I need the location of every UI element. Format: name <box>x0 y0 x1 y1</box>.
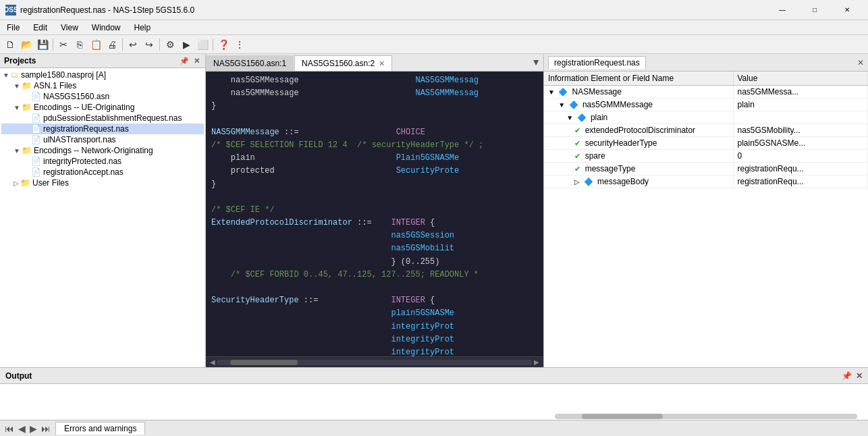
code-line-20: integrityProt <box>211 321 538 333</box>
right-panel-controls: ✕ <box>857 58 864 67</box>
expand-mb[interactable]: ▷ <box>574 178 580 186</box>
output-nav-next[interactable]: ▶ <box>28 423 39 434</box>
code-scrollbar-h[interactable]: ◀ ▶ <box>206 356 543 367</box>
folder-icon-enc-net: 📁 <box>22 146 32 155</box>
table-row[interactable]: ✔ spare 0 <box>544 150 868 163</box>
tree-item-enc-ue[interactable]: ▼ 📁 Encodings -- UE-Originating <box>1 102 204 113</box>
output-pin-btn[interactable]: 📌 <box>842 371 852 381</box>
expand-enc-ue[interactable]: ▼ <box>13 104 20 111</box>
close-button[interactable]: ✕ <box>832 0 863 20</box>
tab-dropdown-arrow[interactable]: ▼ <box>528 53 543 71</box>
toolbar: 🗋 📂 💾 ✂ ⎘ 📋 🖨 ↩ ↪ ⚙ ▶ ⬜ ❓ ⋮ <box>0 35 868 54</box>
expand-enc-net[interactable]: ▼ <box>13 147 20 155</box>
minimize-button[interactable]: — <box>767 0 798 20</box>
code-line-16: /* $CEF FORBID 0..45, 47..125, 127..255;… <box>211 269 538 281</box>
app-icon: OSS <box>5 5 16 16</box>
table-row[interactable]: ✔ extendedProtocolDiscriminator nas5GSMo… <box>544 124 868 137</box>
table-row[interactable]: ✔ messageType registrationRequ... <box>544 163 868 175</box>
table-row[interactable]: ✔ securityHeaderType plain5GSNASMe... <box>544 137 868 150</box>
field-gmm: ▼ 🔷 nas5GMMMessage <box>544 99 733 111</box>
tree-label-integp: integrityProtected.nas <box>43 157 121 166</box>
right-scroll-thumb[interactable] <box>582 414 663 419</box>
toolbar-save[interactable]: 💾 <box>35 37 50 52</box>
expand-plain[interactable]: ▼ <box>566 114 573 121</box>
right-panel-header: registrationRequest.nas ✕ <box>544 54 868 72</box>
code-line-21: integrityProt <box>211 333 538 346</box>
tree-label-asn1: ASN.1 Files <box>34 81 76 90</box>
menu-window[interactable]: Window <box>85 22 128 34</box>
window-controls: — □ ✕ <box>767 0 863 20</box>
tree-item-enc-net[interactable]: ▼ 📁 Encodings -- Network-Originating <box>1 145 204 156</box>
folder-icon-asn1: 📁 <box>22 81 32 90</box>
code-line-17 <box>211 281 538 294</box>
menu-edit[interactable]: Edit <box>26 22 54 34</box>
menu-file[interactable]: File <box>0 22 26 34</box>
value-epd: nas5GSMobility... <box>733 124 868 137</box>
expand-root[interactable]: ▼ <box>3 72 9 79</box>
output-title: Output <box>5 371 32 381</box>
toolbar-print[interactable]: 🖨 <box>105 37 119 52</box>
right-panel: registrationRequest.nas ✕ Information El… <box>544 54 868 421</box>
tab-asn1[interactable]: NAS5GS1560.asn:1 <box>206 55 294 71</box>
code-line-12: ExtendedProtocolDiscriminator ::= INTEGE… <box>211 217 538 229</box>
file-icon-integp: 📄 <box>31 157 41 166</box>
projects-pin-button[interactable]: 📌 <box>180 56 189 65</box>
right-table[interactable]: Information Element or Field Name Value … <box>544 72 868 410</box>
tab-close-asn2[interactable]: ✕ <box>379 59 385 68</box>
tree-item-regrq[interactable]: ▷ 📄 registrationRequest.nas <box>1 124 204 134</box>
toolbar-undo[interactable]: ↩ <box>126 37 140 52</box>
tree-item-root[interactable]: ▼ 🗂 sample1580.nasproj [A] <box>1 70 204 80</box>
toolbar-run[interactable]: ▶ <box>179 37 194 52</box>
tree-item-asn1[interactable]: ▼ 📁 ASN.1 Files <box>1 80 204 91</box>
right-close-btn[interactable]: ✕ <box>857 58 864 67</box>
toolbar-redo[interactable]: ↪ <box>142 37 157 52</box>
toolbar-open[interactable]: 📂 <box>19 37 34 52</box>
code-line-8: protected SecurityProte <box>211 165 538 178</box>
tree-label-enc-net: Encodings -- Network-Originating <box>34 146 153 155</box>
table-row[interactable]: ▷ 🔷 messageBody registrationRequ... <box>544 175 868 188</box>
toolbar-new[interactable]: 🗋 <box>3 37 18 52</box>
expand-gmm[interactable]: ▼ <box>558 101 565 109</box>
projects-close-button[interactable]: ✕ <box>192 56 201 65</box>
tab-asn2[interactable]: NAS5GS1560.asn:2 ✕ <box>294 55 392 71</box>
tree-item-nas5gs[interactable]: ▷ 📄 NAS5GS1560.asn <box>1 91 204 102</box>
output-nav-first[interactable]: ⏮ <box>3 423 16 434</box>
output-tab-errors[interactable]: Errors and warnings <box>55 422 145 435</box>
toolbar-stop[interactable]: ⬜ <box>195 37 210 52</box>
toolbar-paste[interactable]: 📋 <box>88 37 103 52</box>
expand-nasmessage[interactable]: ▼ <box>548 88 555 96</box>
scroll-thumb[interactable] <box>230 360 298 365</box>
projects-panel-header: Projects 📌 ✕ <box>0 54 205 68</box>
toolbar-cut[interactable]: ✂ <box>56 37 71 52</box>
output-nav-prev[interactable]: ◀ <box>16 423 28 434</box>
toolbar-build[interactable]: ⚙ <box>163 37 178 52</box>
menu-help[interactable]: Help <box>128 22 158 34</box>
right-scroll-track[interactable] <box>555 414 857 419</box>
table-row[interactable]: ▼ 🔷 nas5GMMMessage plain <box>544 99 868 111</box>
expand-asn1[interactable]: ▼ <box>13 82 20 90</box>
tree-item-integp[interactable]: ▷ 📄 integrityProtected.nas <box>1 156 204 167</box>
table-row[interactable]: ▼ 🔷 NASMessage nas5GMMessa... <box>544 86 868 99</box>
tree-item-regacc[interactable]: ▷ 📄 registrationAccept.nas <box>1 167 204 178</box>
expand-userfiles[interactable]: ▷ <box>13 180 19 187</box>
toolbar-extra[interactable]: ⋮ <box>232 37 247 52</box>
scroll-track[interactable] <box>217 360 533 365</box>
scroll-left-btn[interactable]: ◀ <box>209 358 217 366</box>
output-close-btn[interactable]: ✕ <box>856 371 863 381</box>
scroll-right-btn[interactable]: ▶ <box>533 358 541 366</box>
table-row[interactable]: ▼ 🔷 plain <box>544 111 868 124</box>
tree-label-root: sample1580.nasproj [A] <box>21 70 106 80</box>
maximize-button[interactable]: □ <box>799 0 830 20</box>
right-tab-reg[interactable]: registrationRequest.nas <box>548 56 646 69</box>
tree-label-enc-ue: Encodings -- UE-Originating <box>34 103 134 112</box>
output-nav-last[interactable]: ⏭ <box>39 423 53 434</box>
tree-item-userfiles[interactable]: ▷ 📁 User Files <box>1 178 204 188</box>
tree-item-pdusess[interactable]: ▷ 📄 pduSessionEstablishmentRequest.nas <box>1 113 204 124</box>
code-content[interactable]: nas5GSMMessage NAS5GSMMessag nas5GMMMess… <box>206 72 543 356</box>
toolbar-copy[interactable]: ⎘ <box>72 37 87 52</box>
code-editor[interactable]: nas5GSMMessage NAS5GSMMessag nas5GMMMess… <box>206 72 543 367</box>
toolbar-help[interactable]: ❓ <box>216 37 231 52</box>
menu-view[interactable]: View <box>54 22 85 34</box>
tree-item-ulnas[interactable]: ▷ 📄 ulNASTransport.nas <box>1 134 204 145</box>
output-panel-header: Output 📌 ✕ <box>0 368 868 384</box>
